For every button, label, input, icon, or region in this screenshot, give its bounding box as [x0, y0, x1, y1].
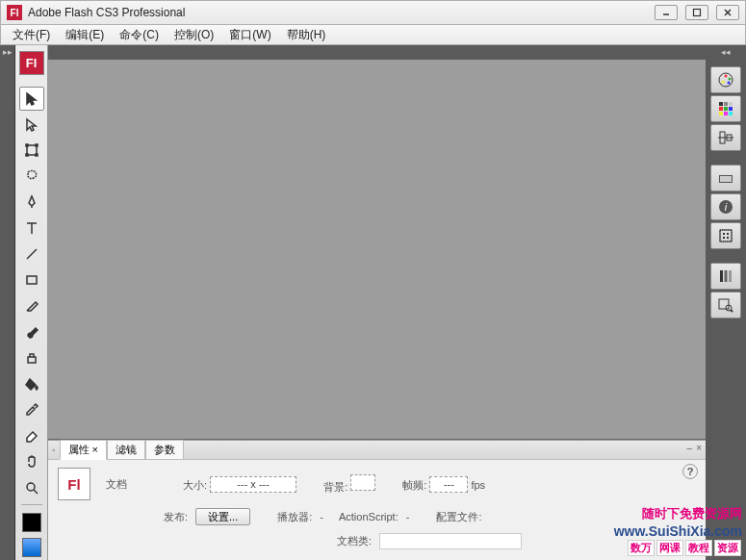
svg-rect-23: [729, 107, 733, 111]
line-tool[interactable]: [19, 242, 44, 267]
document-type-icon: Fl: [58, 468, 90, 500]
svg-rect-22: [724, 107, 728, 111]
toolbar-collapse-strip: ▸▸: [0, 45, 15, 560]
toolbar-toggle-icon[interactable]: ▸▸: [3, 47, 13, 560]
svg-point-16: [728, 82, 731, 85]
tab-properties[interactable]: 属性 ×: [60, 440, 107, 460]
component-inspector-panel-icon[interactable]: [710, 292, 741, 318]
watermark-line1: 随时下免费资源网: [614, 506, 742, 522]
right-dock-toggle-icon[interactable]: ◂◂: [706, 47, 746, 61]
stage-area[interactable]: [48, 45, 706, 440]
properties-panel: ◦ 属性 × 滤镜 参数 – × ? Fl 文档 大小: -: [48, 440, 706, 560]
watermark-line3: 数万网课教程资源: [614, 540, 742, 556]
info-panel-icon[interactable]: i: [710, 193, 741, 220]
size-input[interactable]: --- x ---: [210, 476, 296, 493]
menu-commands[interactable]: 命令(C): [112, 25, 167, 45]
zoom-tool[interactable]: [19, 475, 44, 499]
properties-body: Fl 文档 大小: --- x --- 背景: 帧频: ---: [48, 460, 706, 560]
tools-panel-header-icon: Fl: [19, 51, 44, 75]
framerate-label: 帧频:: [402, 478, 426, 490]
window-title: Adobe Flash CS3 Professional: [28, 6, 655, 19]
svg-rect-10: [27, 276, 37, 284]
profile-label: 配置文件:: [436, 510, 481, 524]
size-label: 大小:: [183, 478, 207, 490]
help-icon[interactable]: ?: [682, 464, 698, 479]
titlebar: Fl Adobe Flash CS3 Professional: [0, 0, 746, 25]
svg-rect-43: [719, 299, 729, 309]
publish-label: 发布:: [164, 510, 188, 524]
menubar: 文件(F) 编辑(E) 命令(C) 控制(O) 窗口(W) 帮助(H): [0, 25, 746, 45]
menu-control[interactable]: 控制(O): [167, 25, 221, 45]
svg-rect-8: [36, 154, 38, 156]
svg-rect-34: [720, 230, 732, 242]
brush-tool[interactable]: [19, 320, 44, 344]
hand-tool[interactable]: [19, 449, 44, 473]
eraser-tool[interactable]: [19, 423, 44, 447]
eyedropper-tool[interactable]: [19, 397, 44, 421]
align-panel-icon[interactable]: [710, 124, 741, 151]
player-label: 播放器:: [277, 510, 312, 524]
fill-color-swatch[interactable]: [19, 536, 44, 560]
fps-unit: fps: [471, 478, 485, 490]
svg-line-12: [34, 490, 38, 494]
svg-rect-31: [720, 176, 732, 182]
svg-rect-35: [720, 230, 732, 242]
background-swatch[interactable]: [350, 474, 375, 491]
svg-rect-25: [724, 112, 728, 115]
lasso-tool[interactable]: [19, 165, 44, 189]
svg-rect-1: [694, 10, 701, 16]
color-panel-icon[interactable]: [710, 66, 741, 93]
rectangle-tool[interactable]: [19, 268, 44, 293]
svg-rect-20: [729, 102, 733, 106]
watermark: 随时下免费资源网 www.SuiShiXia.com 数万网课教程资源: [614, 506, 742, 556]
panel-close-icon[interactable]: ×: [696, 443, 702, 453]
svg-point-14: [725, 75, 728, 78]
stroke-color-swatch[interactable]: [19, 510, 44, 534]
window-controls: [655, 5, 739, 20]
watermark-line2: www.SuiShiXia.com: [614, 522, 742, 540]
text-tool[interactable]: [19, 216, 44, 241]
settings-button[interactable]: 设置...: [195, 508, 250, 525]
actionscript-value: -: [406, 511, 410, 522]
free-transform-tool[interactable]: [19, 139, 44, 163]
pencil-tool[interactable]: [19, 294, 44, 318]
svg-rect-24: [719, 112, 723, 115]
close-button[interactable]: [716, 5, 739, 20]
library-panel-icon[interactable]: [710, 222, 741, 249]
menu-edit[interactable]: 编辑(E): [58, 25, 112, 45]
svg-rect-5: [26, 144, 28, 146]
svg-rect-37: [727, 233, 729, 235]
paint-bucket-tool[interactable]: [19, 371, 44, 395]
svg-point-11: [27, 483, 35, 491]
svg-rect-21: [719, 107, 723, 111]
app-icon: Fl: [7, 5, 22, 20]
framerate-input[interactable]: ---: [429, 476, 468, 493]
svg-line-45: [731, 310, 733, 312]
menu-window[interactable]: 窗口(W): [221, 25, 278, 45]
svg-point-17: [722, 81, 725, 84]
menu-file[interactable]: 文件(F): [5, 25, 58, 45]
maximize-button[interactable]: [685, 5, 708, 20]
tab-parameters[interactable]: 参数: [145, 440, 184, 460]
swatches-panel-icon[interactable]: [710, 95, 741, 122]
selection-tool[interactable]: [19, 87, 44, 111]
panel-collapse-icon[interactable]: ◦: [52, 445, 56, 455]
minimize-button[interactable]: [655, 5, 678, 20]
svg-rect-39: [727, 237, 729, 239]
tab-filters[interactable]: 滤镜: [107, 440, 145, 460]
svg-rect-7: [26, 154, 28, 156]
svg-rect-41: [725, 270, 728, 282]
transform-panel-icon[interactable]: [710, 165, 741, 191]
pen-tool[interactable]: [19, 191, 44, 215]
ink-bottle-tool[interactable]: [19, 345, 44, 369]
svg-rect-38: [723, 237, 725, 239]
menu-help[interactable]: 帮助(H): [279, 25, 334, 45]
panel-minimize-icon[interactable]: –: [687, 443, 693, 453]
svg-rect-36: [723, 233, 725, 235]
tools-panel: Fl: [15, 45, 48, 560]
player-value: -: [320, 511, 323, 522]
document-class-input[interactable]: [379, 533, 522, 549]
svg-line-9: [27, 249, 37, 259]
subselection-tool[interactable]: [19, 113, 44, 137]
components-panel-icon[interactable]: [710, 263, 741, 290]
